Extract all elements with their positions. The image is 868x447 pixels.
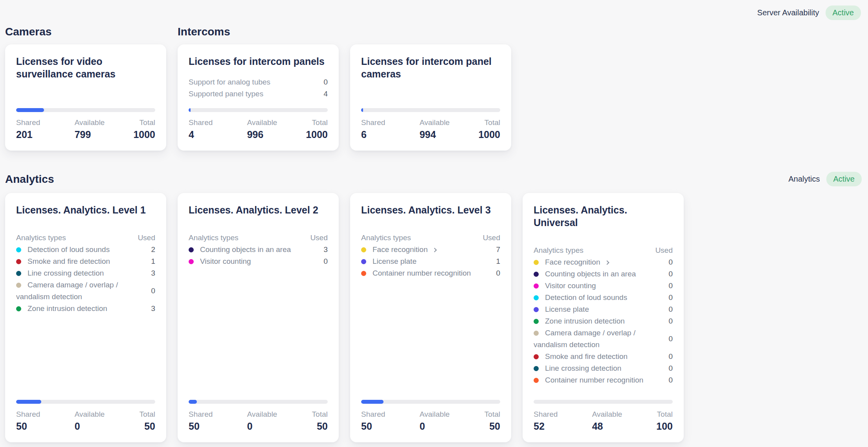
analytics-item-label: Zone intrusion detection [16, 303, 151, 315]
license-card-video-surveillance: Licenses for video surveillance cameras … [5, 44, 166, 151]
analytics-item-label: Counting objects in an area [534, 268, 668, 280]
shared-value: 4 [189, 129, 247, 140]
legend-dot-icon [534, 283, 539, 289]
shared-label: Shared [189, 410, 247, 419]
used-label: Used [655, 245, 673, 256]
section-title-analytics: Analytics [5, 173, 54, 185]
detail-value: 0 [323, 76, 328, 88]
section-title-cameras: Cameras [5, 26, 166, 38]
shared-label: Shared [189, 118, 247, 127]
license-stats: Shared50 Available0 Total50 [189, 410, 328, 432]
detail-row: Supported panel types4 [189, 88, 328, 100]
chevron-right-icon[interactable] [605, 260, 609, 265]
section-intercoms: Intercoms Licenses for intercom panels S… [178, 26, 511, 151]
progress-fill [361, 108, 363, 112]
analytics-item-label: Container number recognition [534, 374, 668, 386]
shared-value: 52 [534, 421, 592, 432]
analytics-list-header: Analytics types Used [534, 245, 673, 256]
analytics-item: Face recognition0 [534, 256, 673, 268]
analytics-items: Detection of loud sounds2Smoke and fire … [16, 244, 155, 315]
analytics-types-label: Analytics types [189, 232, 239, 244]
total-label: Total [312, 410, 328, 419]
total-label: Total [139, 410, 155, 419]
card-title: Licenses. Analytics. Universal [534, 204, 673, 229]
analytics-item-used: 0 [668, 317, 673, 326]
analytics-item-used: 1 [151, 257, 155, 266]
analytics-item-used: 0 [668, 270, 673, 278]
available-label: Available [420, 118, 479, 127]
used-label: Used [138, 232, 155, 244]
legend-dot-icon [189, 259, 194, 264]
legend-dot-icon [534, 272, 539, 277]
analytics-item-label: Detection of loud sounds [16, 244, 151, 256]
card-title: Licenses. Analytics. Level 3 [361, 204, 500, 216]
total-value: 100 [656, 421, 673, 432]
analytics-status-label: Analytics [789, 175, 820, 184]
legend-dot-icon [534, 331, 539, 336]
analytics-types-label: Analytics types [361, 232, 411, 244]
analytics-item-used: 0 [668, 258, 673, 267]
available-value: 0 [75, 421, 139, 432]
available-value: 994 [420, 129, 479, 140]
analytics-item-used: 0 [668, 293, 673, 302]
legend-dot-icon [534, 319, 539, 324]
card-title: Licenses for intercom panels [189, 55, 328, 68]
analytics-item: Camera damage / overlap / vandalism dete… [16, 279, 155, 303]
chevron-right-icon[interactable] [433, 248, 437, 252]
license-stats: Shared4 Available996 Total1000 [189, 118, 328, 140]
license-stats: Shared6 Available994 Total1000 [361, 118, 500, 140]
analytics-items: Face recognition7License plate1Container… [361, 244, 500, 279]
section-title-intercoms: Intercoms [178, 26, 511, 38]
legend-dot-icon [534, 307, 539, 312]
server-availability-label: Server Availability [757, 8, 819, 17]
analytics-item-label: Visitor counting [189, 256, 323, 267]
available-label: Available [247, 410, 312, 419]
analytics-item-label: Camera damage / overlap / vandalism dete… [16, 279, 151, 303]
total-label: Total [133, 118, 155, 127]
shared-value: 6 [361, 129, 420, 140]
legend-dot-icon [534, 366, 539, 371]
detail-row: Support for analog tubes0 [189, 76, 328, 88]
shared-label: Shared [16, 410, 75, 419]
analytics-item: License plate1 [361, 256, 500, 267]
analytics-item-used: 0 [668, 364, 673, 373]
legend-dot-icon [361, 247, 366, 252]
analytics-item: Counting objects in an area3 [189, 244, 328, 256]
card-title: Licenses for video surveillance cameras [16, 55, 155, 80]
legend-dot-icon [16, 306, 21, 311]
available-value: 48 [592, 421, 657, 432]
analytics-items: Face recognition0Counting objects in an … [534, 256, 673, 386]
analytics-item: Counting objects in an area0 [534, 268, 673, 280]
analytics-item: Face recognition7 [361, 244, 500, 256]
analytics-item-label: License plate [534, 304, 668, 315]
analytics-item-label: Face recognition [534, 256, 668, 268]
analytics-item: Detection of loud sounds0 [534, 292, 673, 304]
analytics-item-label: Smoke and fire detection [534, 351, 668, 362]
progress-fill [189, 108, 191, 112]
license-card-intercom-panels: Licenses for intercom panels Support for… [178, 44, 339, 151]
detail-label: Support for analog tubes [189, 76, 270, 88]
legend-dot-icon [361, 259, 366, 264]
progress-fill [16, 108, 44, 112]
analytics-item: Camera damage / overlap / vandalism dete… [534, 327, 673, 351]
analytics-item-label: Zone intrusion detection [534, 315, 668, 327]
license-card-analytics-level-3: Licenses. Analytics. Level 3 Analytics t… [350, 193, 511, 442]
total-value: 50 [139, 421, 155, 432]
card-title: Licenses. Analytics. Level 1 [16, 204, 155, 216]
analytics-item-used: 0 [668, 281, 673, 290]
available-value: 0 [420, 421, 484, 432]
available-value: 0 [247, 421, 312, 432]
legend-dot-icon [16, 247, 21, 252]
progress-bar [361, 400, 500, 404]
available-value: 799 [75, 129, 134, 140]
available-label: Available [75, 118, 134, 127]
progress-bar [16, 108, 155, 112]
progress-bar [16, 400, 155, 404]
license-card-analytics-level-2: Licenses. Analytics. Level 2 Analytics t… [178, 193, 339, 442]
license-stats: Shared50 Available0 Total50 [361, 410, 500, 432]
card-title: Licenses for intercom panel cameras [361, 55, 500, 80]
legend-dot-icon [16, 259, 21, 264]
analytics-item: Line crossing detection0 [534, 362, 673, 374]
analytics-item: License plate0 [534, 304, 673, 315]
analytics-item-used: 0 [323, 257, 328, 266]
